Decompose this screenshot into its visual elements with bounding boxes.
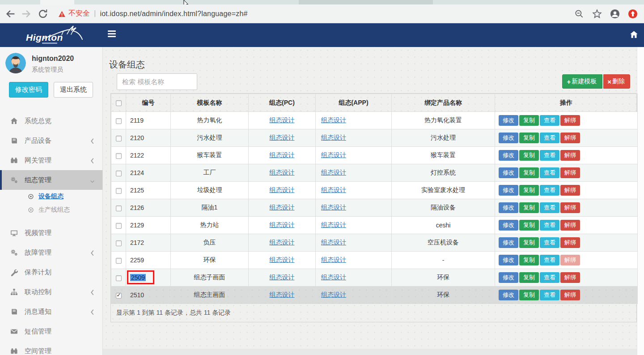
address-bar[interactable]: 不安全 | iot.idosp.net/admin/index.html?lan… xyxy=(58,9,569,19)
table-row[interactable]: 2125 垃圾处理 组态设计 组态设计 实验室废水处理 修改复制查看解绑 xyxy=(111,182,638,199)
view-button[interactable]: 查看 xyxy=(540,202,559,213)
sidebar-item-system-overview[interactable]: 系统总览 xyxy=(0,111,102,131)
home-icon[interactable] xyxy=(630,30,638,39)
app-design-link[interactable]: 组态设计 xyxy=(321,291,346,298)
view-button[interactable]: 查看 xyxy=(540,237,559,248)
column-header-app[interactable]: 组态(APP) xyxy=(316,94,392,112)
app-design-link[interactable]: 组态设计 xyxy=(321,169,346,176)
table-row[interactable]: 2124 工厂 组态设计 组态设计 灯控系统 修改复制查看解绑 xyxy=(111,164,638,182)
row-checkbox[interactable] xyxy=(116,205,122,211)
url-text[interactable]: iot.idosp.net/admin/index.html?language=… xyxy=(100,10,247,18)
app-design-link[interactable]: 组态设计 xyxy=(321,186,346,193)
edit-button[interactable]: 修改 xyxy=(499,202,518,213)
edit-button[interactable]: 修改 xyxy=(499,255,518,265)
unbind-button[interactable]: 解绑 xyxy=(560,133,580,143)
table-row[interactable]: 2510 组态主画面 组态设计 组态设计 环保 修改复制查看解绑 xyxy=(111,287,638,304)
unbind-button[interactable]: 解绑 xyxy=(560,167,580,178)
row-checkbox[interactable] xyxy=(116,223,122,229)
app-design-link[interactable]: 组态设计 xyxy=(321,134,346,141)
delete-button[interactable]: × 删除 xyxy=(603,74,630,89)
copy-button[interactable]: 复制 xyxy=(519,272,539,283)
back-icon[interactable] xyxy=(5,9,16,19)
pc-design-link[interactable]: 组态设计 xyxy=(270,291,295,298)
pc-design-link[interactable]: 组态设计 xyxy=(270,169,295,176)
pc-design-link[interactable]: 组态设计 xyxy=(270,116,295,124)
view-button[interactable]: 查看 xyxy=(540,220,559,231)
view-button[interactable]: 查看 xyxy=(540,272,559,283)
copy-button[interactable]: 复制 xyxy=(519,115,539,126)
edit-button[interactable]: 修改 xyxy=(499,290,518,300)
pc-design-link[interactable]: 组态设计 xyxy=(270,256,295,263)
forward-icon[interactable] xyxy=(21,9,31,19)
copy-button[interactable]: 复制 xyxy=(519,220,539,231)
scrollbar-track[interactable] xyxy=(637,47,644,355)
edit-button[interactable]: 修改 xyxy=(499,133,518,143)
view-button[interactable]: 查看 xyxy=(540,133,559,143)
pc-design-link[interactable]: 组态设计 xyxy=(270,186,295,193)
app-design-link[interactable]: 组态设计 xyxy=(321,116,346,124)
app-design-link[interactable]: 组态设计 xyxy=(321,256,346,263)
table-row[interactable]: 2172 负压 组态设计 组态设计 空压机设备 修改复制查看解绑 xyxy=(111,234,638,252)
view-button[interactable]: 查看 xyxy=(540,255,559,265)
unbind-button[interactable]: 解绑 xyxy=(560,237,580,248)
copy-button[interactable]: 复制 xyxy=(519,202,539,213)
column-header-pc[interactable]: 组态(PC) xyxy=(249,94,316,112)
search-input[interactable] xyxy=(117,73,197,90)
column-header-name[interactable]: 模板名称 xyxy=(171,94,249,112)
security-warning-label[interactable]: 不安全 xyxy=(68,9,90,18)
logout-button[interactable]: 退出系统 xyxy=(54,82,93,98)
sidebar-item-product-devices[interactable]: 产品设备 xyxy=(0,131,102,150)
row-checkbox[interactable] xyxy=(116,136,122,141)
sidebar-item-maintenance-plan[interactable]: 保养计划 xyxy=(0,262,102,282)
edit-button[interactable]: 修改 xyxy=(499,115,518,126)
copy-button[interactable]: 复制 xyxy=(519,185,539,196)
menu-toggle-button[interactable] xyxy=(108,30,118,39)
row-checkbox[interactable] xyxy=(116,293,122,299)
row-checkbox[interactable] xyxy=(116,275,122,281)
pc-design-link[interactable]: 组态设计 xyxy=(270,239,295,246)
table-row[interactable]: 2122 猴车装置 组态设计 组态设计 猴车装置 修改复制查看解绑 xyxy=(111,147,638,164)
user-avatar[interactable] xyxy=(5,53,26,73)
copy-button[interactable]: 复制 xyxy=(519,133,539,143)
row-checkbox[interactable] xyxy=(116,188,122,194)
copy-button[interactable]: 复制 xyxy=(519,290,539,300)
table-row[interactable]: 2129 热力站 组态设计 组态设计 ceshi 修改复制查看解绑 xyxy=(111,217,638,234)
pc-design-link[interactable]: 组态设计 xyxy=(270,151,295,158)
row-checkbox[interactable] xyxy=(116,153,122,159)
pc-design-link[interactable]: 组态设计 xyxy=(270,134,295,141)
row-checkbox[interactable] xyxy=(116,118,122,124)
row-checkbox[interactable] xyxy=(116,171,122,176)
edit-button[interactable]: 修改 xyxy=(499,185,518,196)
app-design-link[interactable]: 组态设计 xyxy=(321,239,346,246)
view-button[interactable]: 查看 xyxy=(540,115,559,126)
copy-button[interactable]: 复制 xyxy=(519,255,539,265)
reload-icon[interactable] xyxy=(38,9,48,19)
app-design-link[interactable]: 组态设计 xyxy=(321,151,346,158)
sidebar-item-message-notification[interactable]: 消息通知 xyxy=(0,302,102,321)
copy-button[interactable]: 复制 xyxy=(519,167,539,178)
sidebar-subitem-production-line-scada[interactable]: 生产线组态 xyxy=(0,203,102,217)
unbind-button[interactable]: 解绑 xyxy=(560,202,580,213)
profile-avatar-icon[interactable] xyxy=(610,9,620,19)
sidebar-item-sms-management[interactable]: 短信管理 xyxy=(0,321,102,341)
unbind-button[interactable]: 解绑 xyxy=(560,255,580,265)
app-design-link[interactable]: 组态设计 xyxy=(321,221,346,228)
column-header-actions[interactable]: 操作 xyxy=(495,94,638,112)
browser-tab[interactable] xyxy=(40,0,74,4)
row-checkbox[interactable] xyxy=(116,240,122,246)
app-design-link[interactable]: 组态设计 xyxy=(321,274,346,281)
table-row[interactable]: 2509 组态子画面 组态设计 组态设计 环保 修改复制查看解绑 xyxy=(111,269,638,287)
unbind-button[interactable]: 解绑 xyxy=(560,220,580,231)
copy-button[interactable]: 复制 xyxy=(519,150,539,161)
pc-design-link[interactable]: 组态设计 xyxy=(270,221,295,228)
unbind-button[interactable]: 解绑 xyxy=(560,115,580,126)
browser-tab[interactable] xyxy=(299,0,433,4)
view-button[interactable]: 查看 xyxy=(540,167,559,178)
unbind-button[interactable]: 解绑 xyxy=(560,150,580,161)
sidebar-item-space-management[interactable]: 空间管理 xyxy=(0,341,102,355)
app-design-link[interactable]: 组态设计 xyxy=(321,204,346,211)
table-row[interactable]: 2259 环保 组态设计 组态设计 - 修改复制查看解绑 xyxy=(111,252,638,269)
pc-design-link[interactable]: 组态设计 xyxy=(270,274,295,281)
table-row[interactable]: 2120 污水处理 组态设计 组态设计 污水处理 修改复制查看解绑 xyxy=(111,129,638,147)
table-row[interactable]: 2119 热力氧化 组态设计 组态设计 热力氧化装置 修改复制查看解绑 xyxy=(111,112,638,129)
